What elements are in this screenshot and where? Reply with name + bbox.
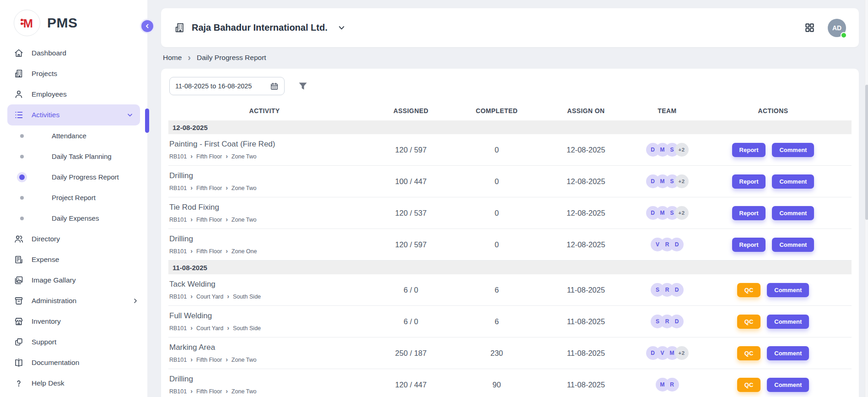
team-avatar[interactable]: R <box>665 378 679 392</box>
table-row: Tie Rod FixingRB101›Fifth Floor›Zone Two… <box>168 197 852 229</box>
assign-on-cell: 11-08-2025 <box>532 381 640 389</box>
user-avatar[interactable]: AD <box>828 19 846 37</box>
date-range-input[interactable]: 11-08-2025 to 16-08-2025 <box>169 77 285 95</box>
chevron-down-icon <box>126 111 134 119</box>
comment-button[interactable]: Comment <box>767 315 809 329</box>
team-avatar[interactable]: D <box>670 315 684 328</box>
sidebar-subitem-project-report[interactable]: Project Report <box>0 187 147 208</box>
sidebar-item-expense[interactable]: Expense <box>0 249 147 270</box>
sidebar-subitem-label: Daily Progress Report <box>52 173 119 181</box>
activity-cell: Painting - First Coat (Fire Red)RB101›Fi… <box>168 140 361 160</box>
building-icon <box>14 69 24 79</box>
report-button[interactable]: Report <box>732 206 766 220</box>
sidebar-item-employees[interactable]: Employees <box>0 84 147 104</box>
completed-cell: 90 <box>461 381 532 389</box>
activity-cell: Full WeldingRB101›Court Yard›South Side <box>168 311 361 332</box>
completed-cell: 6 <box>461 286 532 294</box>
table-row: DrillingRB101›Fifth Floor›Zone One120 / … <box>168 229 852 261</box>
report-button[interactable]: Report <box>732 238 766 252</box>
qc-button[interactable]: QC <box>737 315 761 329</box>
sidebar-item-image-gallary[interactable]: Image Gallary <box>0 270 147 290</box>
sidebar-item-label: Help Desk <box>32 379 65 387</box>
sidebar-item-directory[interactable]: Directory <box>0 228 147 249</box>
sidebar-item-projects[interactable]: Projects <box>0 63 147 84</box>
activity-location-path: RB101›Fifth Floor›Zone One <box>169 248 361 255</box>
page-scrollbar[interactable] <box>865 0 868 397</box>
qc-button[interactable]: QC <box>737 378 761 392</box>
actions-cell: QCComment <box>695 283 852 297</box>
team-cell: DMS+2 <box>640 206 695 220</box>
qc-button[interactable]: QC <box>737 283 761 297</box>
table-row: Marking AreaRB101›Fifth Floor›Zone Two25… <box>168 337 852 369</box>
path-segment: Court Yard <box>196 294 223 300</box>
company-selector[interactable]: Raja Bahadur International Ltd. <box>174 22 346 33</box>
table-body: 12-08-2025Painting - First Coat (Fire Re… <box>168 120 852 397</box>
sidebar-item-label: Administration <box>32 297 76 305</box>
path-segment: Fifth Floor <box>196 357 222 363</box>
team-extra-count[interactable]: +2 <box>675 174 689 188</box>
sidebar-item-support[interactable]: Support <box>0 332 147 352</box>
comment-button[interactable]: Comment <box>772 174 814 189</box>
copy-icon <box>14 337 24 347</box>
sidebar-item-documentation[interactable]: Documentation <box>0 352 147 373</box>
sidebar: M PMS DashboardProjectsEmployeesActiviti… <box>0 0 147 397</box>
activity-cell: Tack WeldingRB101›Court Yard›South Side <box>168 280 361 300</box>
report-button[interactable]: Report <box>732 174 766 189</box>
sidebar-item-help-desk[interactable]: Help Desk <box>0 373 147 393</box>
main-area: Raja Bahadur International Ltd. AD Home›… <box>147 0 868 397</box>
activity-title: Drilling <box>169 171 361 180</box>
comment-button[interactable]: Comment <box>767 378 809 392</box>
group-date-label: 11-08-2025 <box>173 264 207 272</box>
activity-location-path: RB101›Fifth Floor›Zone Two <box>169 217 361 223</box>
team-cell: SRD <box>640 283 695 297</box>
filter-row: 11-08-2025 to 16-08-2025 <box>168 76 852 101</box>
team-avatar[interactable]: D <box>670 283 684 297</box>
comment-button[interactable]: Comment <box>767 283 809 297</box>
sidebar-item-activities[interactable]: Activities <box>7 104 140 125</box>
completed-cell: 0 <box>461 146 532 154</box>
comment-button[interactable]: Comment <box>772 143 814 157</box>
comment-button[interactable]: Comment <box>767 346 809 360</box>
sidebar-item-dashboard[interactable]: Dashboard <box>0 43 147 63</box>
date-range-value: 11-08-2025 to 16-08-2025 <box>175 82 265 90</box>
activity-title: Full Welding <box>169 311 361 321</box>
path-segment: RB101 <box>169 248 187 255</box>
scrollbar-thumb[interactable] <box>865 85 868 220</box>
assigned-cell: 120 / 597 <box>361 240 461 249</box>
assigned-cell: 250 / 187 <box>361 349 461 358</box>
sidebar-item-inventory[interactable]: Inventory <box>0 311 147 332</box>
sidebar-subitem-daily-task-planning[interactable]: Daily Task Planning <box>0 146 147 167</box>
apps-grid-icon[interactable] <box>804 22 815 33</box>
completed-cell: 0 <box>461 240 532 249</box>
people-icon <box>14 234 24 244</box>
breadcrumb-item-home[interactable]: Home <box>163 54 182 62</box>
chevron-right-icon: › <box>227 326 229 330</box>
sidebar-item-label: Dashboard <box>32 49 66 57</box>
chevron-right-icon: › <box>190 185 193 190</box>
assigned-cell: 120 / 447 <box>361 381 461 389</box>
sidebar-subitem-attendance[interactable]: Attendance <box>0 125 147 146</box>
sidebar-item-administration[interactable]: Administration <box>0 290 147 311</box>
team-extra-count[interactable]: +2 <box>675 206 689 220</box>
team-extra-count[interactable]: +2 <box>675 346 689 360</box>
comment-button[interactable]: Comment <box>772 206 814 220</box>
team-extra-count[interactable]: +2 <box>675 143 689 157</box>
completed-cell: 6 <box>461 317 532 326</box>
report-button[interactable]: Report <box>732 143 766 157</box>
activity-location-path: RB101›Fifth Floor›Zone Two <box>169 153 361 160</box>
app-name: PMS <box>47 15 78 31</box>
path-segment: South Side <box>233 325 261 332</box>
chevron-right-icon: › <box>190 326 193 330</box>
sidebar-subitem-daily-expenses[interactable]: Daily Expenses <box>0 208 147 228</box>
team-avatar[interactable]: D <box>670 238 684 251</box>
sidebar-subitem-daily-progress-report[interactable]: Daily Progress Report <box>0 167 147 187</box>
table-row: Tack WeldingRB101›Court Yard›South Side6… <box>168 274 852 306</box>
chevron-right-icon: › <box>226 389 228 393</box>
comment-button[interactable]: Comment <box>772 238 814 252</box>
actions-cell: ReportComment <box>695 143 852 157</box>
table-row: Painting - First Coat (Fire Red)RB101›Fi… <box>168 134 852 166</box>
sidebar-collapse-button[interactable] <box>140 19 155 33</box>
qc-button[interactable]: QC <box>737 346 761 360</box>
filter-funnel-icon[interactable] <box>297 81 308 92</box>
activity-location-path: RB101›Fifth Floor›Zone Two <box>169 357 361 363</box>
